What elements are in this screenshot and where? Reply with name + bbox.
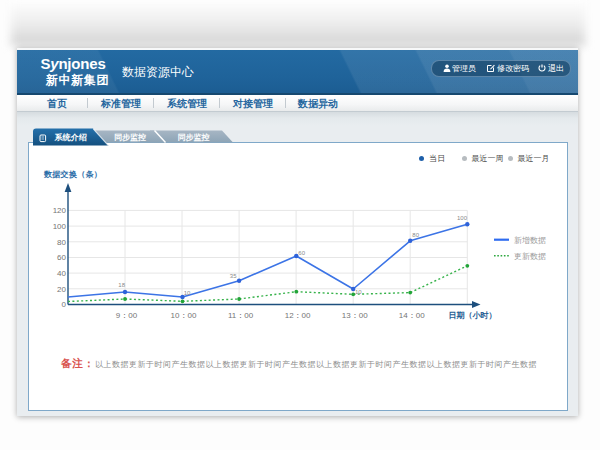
svg-text:新增数据: 新增数据 xyxy=(514,236,546,245)
svg-text:系统介绍: 系统介绍 xyxy=(54,132,87,142)
svg-text:0: 0 xyxy=(62,300,67,309)
svg-text:10：00: 10：00 xyxy=(171,311,197,320)
svg-text:更新数据: 更新数据 xyxy=(514,252,546,261)
svg-text:14：00: 14：00 xyxy=(399,311,425,320)
svg-text:20: 20 xyxy=(57,285,66,294)
svg-text:120: 120 xyxy=(53,206,67,215)
svg-text:数据交换（条）: 数据交换（条） xyxy=(43,170,102,179)
svg-text:11：00: 11：00 xyxy=(228,311,254,320)
svg-text:100: 100 xyxy=(53,222,67,231)
svg-text:同步监控: 同步监控 xyxy=(114,133,146,142)
svg-text:日期（小时）: 日期（小时） xyxy=(449,311,497,320)
svg-text:13：00: 13：00 xyxy=(342,311,368,320)
svg-text:10: 10 xyxy=(355,289,362,295)
svg-text:60: 60 xyxy=(57,253,66,262)
svg-text:35: 35 xyxy=(230,273,237,279)
svg-text:18: 18 xyxy=(118,282,125,288)
svg-text:100: 100 xyxy=(457,215,468,221)
svg-text:80: 80 xyxy=(57,238,66,247)
svg-text:60: 60 xyxy=(298,250,305,256)
svg-text:10: 10 xyxy=(184,290,191,296)
svg-text:40: 40 xyxy=(57,269,66,278)
svg-text:同步监控: 同步监控 xyxy=(178,133,210,142)
svg-text:12：00: 12：00 xyxy=(285,311,311,320)
svg-text:80: 80 xyxy=(412,232,419,238)
svg-text:9：00: 9：00 xyxy=(116,311,138,320)
